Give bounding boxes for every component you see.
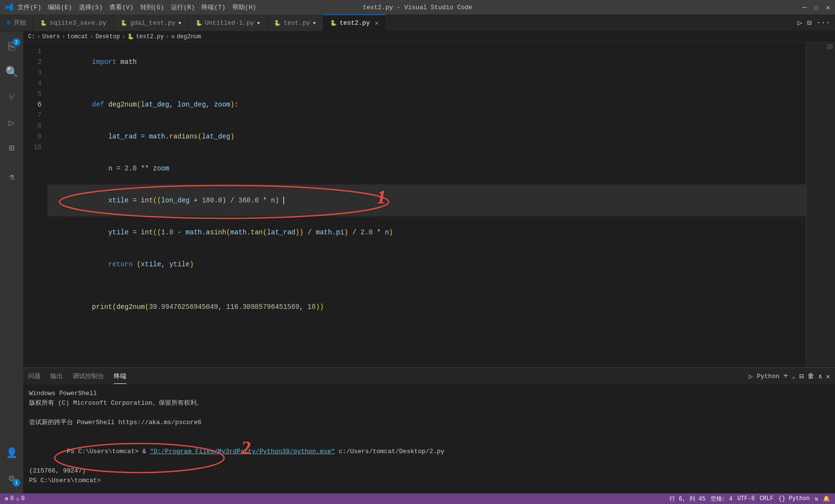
terminal-prompt-1: PS C:\Users\tomcat> & (67, 448, 150, 455)
activity-extensions[interactable]: ⊞ (0, 136, 23, 159)
terminal-dropdown-icon[interactable]: ⌄ (792, 373, 795, 380)
menu-run[interactable]: 运行(R) (171, 3, 195, 12)
line-numbers: 1 2 3 4 5 6 7 8 9 10 (23, 42, 47, 367)
activity-search[interactable]: 🔍 (0, 61, 23, 84)
window-controls[interactable]: — ☐ ✕ (803, 3, 830, 12)
terminal-line-4: 尝试新的跨平台 PowerShell https://aka.ms/pscore… (29, 418, 829, 428)
breadcrumb-c[interactable]: C: (28, 33, 35, 40)
menu-terminal[interactable]: 终端(T) (201, 3, 225, 12)
status-notification[interactable]: 🔔 (823, 495, 830, 503)
tab-test[interactable]: 🐍 test.py ● (267, 15, 323, 31)
editor-area: C: › Users › tomcat › Desktop › 🐍 test2.… (23, 31, 835, 493)
terminal-line-3 (29, 408, 829, 418)
terminal-split-icon[interactable]: ⊟ (799, 372, 804, 381)
minimize-button[interactable]: — (803, 3, 806, 11)
activity-explorer[interactable]: ⎘ 2 (0, 35, 23, 59)
menu-edit[interactable]: 编辑(E) (48, 3, 72, 12)
warning-count: 0 (21, 495, 25, 502)
terminal-run-icon: ▷ (749, 372, 753, 381)
code-line-7: ytile = int((1.0 - math.asinh(math.tan(l… (47, 216, 806, 248)
more-actions-icon[interactable]: ··· (816, 18, 830, 27)
menu-view[interactable]: 查看(V) (109, 3, 133, 12)
status-bar: ⊗ 0 ⚠ 0 行 6, 列 45 空格: 4 UTF-8 CRLF {} Py… (0, 493, 835, 504)
status-language[interactable]: {} Python (778, 495, 810, 502)
breadcrumb-file[interactable]: test2.py (136, 33, 164, 40)
menu-goto[interactable]: 转到(G) (140, 3, 164, 12)
code-line-4: lat_rad = math.radians(lat_deg) (47, 121, 806, 153)
tab-untitled1[interactable]: 🐍 Untitled-1.py ● (189, 15, 267, 31)
code-line-5: n = 2.0 ** zoom (47, 153, 806, 184)
menu-file[interactable]: 文件(F) (17, 3, 41, 12)
tab-test-icon: 🐍 (274, 20, 281, 26)
code-line-8: return (xtile, ytile) (47, 248, 806, 280)
title-bar-left: 文件(F) 编辑(E) 选择(S) 查看(V) 转到(G) 运行(R) 终端(T… (5, 3, 256, 12)
breadcrumb-desktop[interactable]: Desktop (95, 33, 120, 40)
activity-source-control[interactable]: ⑂ (0, 86, 23, 109)
tab-gdal-label: gdal_test.py (130, 19, 176, 27)
tab-test2[interactable]: 🐍 test2.py ✕ (323, 15, 386, 31)
extensions-icon: ⊞ (9, 142, 15, 154)
terminal-prompt-2: PS C:\Users\tomcat> (29, 476, 829, 486)
terminal-close-icon[interactable]: ✕ (826, 372, 830, 381)
breadcrumb-symbol[interactable]: deg2num (177, 33, 201, 40)
panel: 问题 输出 调试控制台 终端 ▷ Python + ⌄ ⊟ 🗑 ∧ ✕ Wind… (23, 367, 835, 493)
vscode-logo-icon (5, 3, 14, 12)
status-right: 行 6, 列 45 空格: 4 UTF-8 CRLF {} Python ⇅ 🔔 (669, 495, 830, 503)
tab-untitled1-modified: ● (257, 20, 260, 26)
terminal-python-path: "D:/Program Files/My3rdParty/Python39/py… (150, 448, 335, 455)
panel-tab-output[interactable]: 输出 (50, 369, 63, 383)
tab-gdal-test[interactable]: 🐍 gdal_test.py ● (114, 15, 189, 31)
close-button[interactable]: ✕ (826, 3, 830, 12)
status-position[interactable]: 行 6, 列 45 (669, 495, 705, 503)
menu-bar[interactable]: 文件(F) 编辑(E) 选择(S) 查看(V) 转到(G) 运行(R) 终端(T… (17, 3, 256, 12)
tab-sqlite3-save[interactable]: 🐍 sqlite3_save.py (33, 15, 114, 31)
breadcrumb-users[interactable]: Users (43, 33, 60, 40)
terminal-collapse-icon[interactable]: ∧ (818, 372, 822, 381)
minimap: ... (806, 42, 835, 367)
breadcrumb-tomcat[interactable]: tomcat (67, 33, 88, 40)
tab-start[interactable]: ⊞ 开始 (0, 15, 33, 31)
run-code-icon[interactable]: ▷ (798, 18, 803, 28)
error-icon: ⊗ (5, 495, 8, 503)
terminal-output: (215766, 99247) (29, 466, 829, 476)
menu-select[interactable]: 选择(S) (79, 3, 103, 12)
terminal-add-icon[interactable]: + (783, 372, 788, 381)
code-content[interactable]: import math def deg2num(lat_deg, lon_deg… (47, 42, 806, 367)
activity-bottom: 👤 ⚙ 1 (0, 441, 23, 493)
tab-gdal-modified: ● (178, 20, 181, 26)
flask-icon: ⚗ (9, 171, 15, 183)
tab-test2-close[interactable]: ✕ (375, 19, 379, 27)
activity-account[interactable]: 👤 (0, 441, 23, 464)
split-editor-icon[interactable]: ⊟ (807, 18, 811, 28)
error-count: 0 (10, 495, 14, 502)
status-eol[interactable]: CRLF (759, 495, 774, 502)
status-errors[interactable]: ⊗ 0 ⚠ 0 (5, 495, 25, 503)
status-encoding[interactable]: UTF-8 (737, 495, 755, 502)
eol-label: CRLF (759, 495, 774, 502)
activity-run[interactable]: ▷ (0, 111, 23, 134)
activity-flask[interactable]: ⚗ (0, 165, 23, 188)
terminal-delete-icon[interactable]: 🗑 (807, 372, 814, 380)
tab-start-icon: ⊞ (7, 19, 11, 27)
menu-help[interactable]: 帮助(H) (232, 3, 256, 12)
bell-icon: 🔔 (823, 495, 830, 503)
code-line-9 (47, 280, 806, 291)
search-icon: 🔍 (5, 66, 18, 79)
tab-test2-label: test2.py (340, 19, 370, 27)
maximize-button[interactable]: ☐ (814, 3, 818, 12)
panel-tab-problems[interactable]: 问题 (28, 369, 41, 383)
main-layout: ⎘ 2 🔍 ⑂ ▷ ⊞ ⚗ 👤 ⚙ 1 (0, 31, 835, 493)
code-editor[interactable]: 1 2 3 4 5 6 7 8 9 10 import math def deg… (23, 42, 835, 367)
panel-tab-debug[interactable]: 调试控制台 (73, 369, 104, 383)
spaces-label: 空格: 4 (711, 495, 733, 503)
tab-bar-actions[interactable]: ▷ ⊟ ··· (798, 15, 835, 31)
status-spaces[interactable]: 空格: 4 (711, 495, 733, 503)
panel-tab-terminal[interactable]: 终端 (114, 369, 126, 384)
activity-settings[interactable]: ⚙ 1 (0, 466, 23, 489)
terminal-content[interactable]: Windows PowerShell 版权所有 (C) Microsoft Co… (23, 385, 835, 493)
status-sync[interactable]: ⇅ (815, 495, 818, 503)
encoding-label: UTF-8 (737, 495, 755, 502)
status-left: ⊗ 0 ⚠ 0 (5, 495, 25, 503)
warning-icon: ⚠ (15, 495, 19, 503)
explorer-badge: 2 (13, 38, 20, 46)
